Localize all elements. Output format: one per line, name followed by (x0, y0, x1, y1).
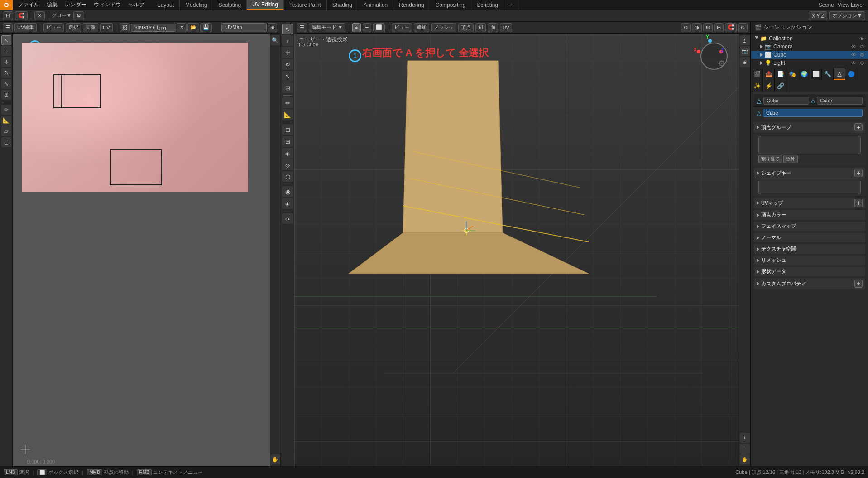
vp-camera-btn[interactable]: 📷 (740, 46, 750, 56)
uv-maps-add-btn[interactable]: + (854, 199, 863, 207)
props-section-texture-space[interactable]: テクスチャ空間 (754, 244, 865, 254)
props-section-vertex-groups[interactable]: 頂点グループ + (754, 122, 865, 133)
tab-layout[interactable]: Layout (152, 0, 180, 10)
vp-view-btn[interactable]: ビュー (392, 23, 412, 32)
tab-object-props[interactable]: ⬜ (810, 68, 822, 80)
vp-edit-mode[interactable]: 編集モード ▼ (309, 23, 345, 32)
tab-sculpting[interactable]: Sculpting (213, 0, 247, 10)
navigation-gizmo[interactable]: X Y Z (696, 38, 732, 74)
vp-menu-btn[interactable]: ☰ (297, 23, 307, 32)
uv-mode-select[interactable]: UV編集 (14, 23, 37, 32)
cube-eye[interactable]: 👁 (851, 52, 856, 58)
vp-mesh-btn[interactable]: メッシュ (431, 23, 456, 32)
vp-overlay-btn[interactable]: ⊙ (681, 23, 691, 32)
collection-expand[interactable] (755, 36, 758, 41)
uv-image-picker[interactable]: 🖼 (120, 23, 130, 32)
tab-view-layer-props[interactable]: 📑 (775, 68, 786, 80)
gizmo-btn[interactable]: ⚙ (73, 11, 84, 20)
vp-gizmo-btn[interactable]: ⊞ (714, 23, 724, 32)
uv-tool-select[interactable]: ↖ (1, 35, 11, 45)
tab-world-props[interactable]: 🌍 (798, 68, 810, 80)
ct-annotate[interactable]: ✏ (282, 97, 293, 108)
vp-vertex-select[interactable]: ● (352, 23, 361, 32)
tab-data-props[interactable]: △ (834, 68, 845, 80)
ct-select-box[interactable]: ↖ (282, 24, 293, 34)
uv-image-close[interactable]: ✕ (177, 23, 187, 32)
props-section-uv-maps[interactable]: UVマップ + (754, 198, 865, 208)
props-section-shape-keys[interactable]: シェイプキー + (754, 168, 865, 179)
uv-uv-btn[interactable]: UV (100, 23, 112, 32)
uv-image-save[interactable]: 💾 (200, 23, 212, 32)
uv-tool-annotate-poly[interactable]: ▱ (1, 126, 11, 136)
uv-image-name[interactable]: 3098169_l.jpg (131, 24, 176, 32)
vp-ortho-btn[interactable]: ⊞ (740, 57, 750, 67)
uv-tool-annotate[interactable]: ✏ (1, 105, 11, 115)
uv-image-btn[interactable]: 画像 (83, 23, 98, 32)
vertex-groups-add-btn[interactable]: + (854, 123, 863, 131)
uv-tool-annotate-erase[interactable]: ◻ (1, 137, 11, 147)
uv-tool-move[interactable]: ✛ (1, 57, 11, 67)
vg-remove-btn[interactable]: 除外 (783, 155, 798, 163)
sc-item-cube[interactable]: ⬜ Cube 👁 ⚙ (751, 51, 868, 59)
vp-snap-btn[interactable]: 🧲 (725, 23, 737, 32)
props-mesh-name-field[interactable]: Cube (817, 97, 863, 105)
tab-scene-props[interactable]: 🎭 (786, 68, 798, 80)
uv-tool-transform[interactable]: ⊞ (1, 90, 11, 100)
tab-constraint-props[interactable]: 🔗 (775, 80, 786, 92)
tab-modeling[interactable]: Modeling (180, 0, 213, 10)
sc-item-light[interactable]: 💡 Light 👁 ⚙ (751, 59, 868, 67)
uv-tool-scale[interactable]: ⤡ (1, 79, 11, 89)
light-settings-icon[interactable]: ⚙ (860, 60, 864, 66)
uv-select-btn[interactable]: 選択 (66, 23, 81, 32)
viewport-canvas[interactable]: ユーザー・透視投影 (1) Cube 1 右画面で A を押して 全選択 (294, 34, 750, 466)
uv-zoom-btn[interactable]: 🔍 (270, 35, 280, 45)
vp-zoom-in-btn[interactable]: + (740, 433, 750, 443)
ct-smooth[interactable]: ◉ (282, 186, 293, 197)
tab-material-props[interactable]: 🔵 (845, 68, 857, 80)
menu-render[interactable]: レンダー (62, 0, 90, 10)
tab-render-props[interactable]: 🎬 (751, 68, 763, 80)
light-expand[interactable] (760, 61, 763, 65)
props-mesh-name-input[interactable]: Cube (763, 109, 863, 117)
shape-keys-add-btn[interactable]: + (854, 169, 863, 177)
props-section-remesh[interactable]: リメッシュ (754, 256, 865, 265)
props-object-name-field[interactable]: Cube (763, 97, 809, 105)
tab-rendering[interactable]: Rendering (393, 0, 430, 10)
ct-measure[interactable]: 📐 (282, 109, 293, 120)
tab-animation[interactable]: Animation (358, 0, 393, 10)
ct-cube-add[interactable]: ⊡ (282, 124, 293, 135)
props-section-geometry-data[interactable]: 形状データ (754, 267, 865, 276)
vp-hand-btn[interactable]: ✋ (740, 454, 750, 464)
menu-window[interactable]: ウィンドウ (91, 0, 124, 10)
vp-edge-btn[interactable]: 辺 (475, 23, 486, 32)
vp-edge-select[interactable]: ━ (363, 23, 371, 32)
ct-poly-build[interactable]: ⬡ (282, 171, 293, 182)
uv-menu-btn[interactable]: ☰ (3, 23, 13, 32)
uv-hand-btn[interactable]: ✋ (270, 454, 280, 464)
menu-help[interactable]: ヘルプ (125, 0, 148, 10)
uv-canvas[interactable]: 2 背景画像上で右クリック ↓ 展開 0.000, 0.0 (13, 34, 270, 466)
menu-file[interactable]: ファイル (14, 0, 43, 10)
custom-props-add-btn[interactable]: + (854, 280, 863, 288)
vp-face-select[interactable]: ⬜ (373, 23, 385, 32)
proportional-editing-btn[interactable]: ⊙ (34, 11, 45, 20)
vp-shading-btn[interactable]: ◑ (692, 23, 702, 32)
props-section-custom-props[interactable]: カスタムプロパティ + (754, 278, 865, 289)
props-section-face-maps[interactable]: フェイスマップ (754, 222, 865, 231)
uv-tool-cursor[interactable]: + (1, 46, 11, 56)
props-section-vertex-colors[interactable]: 頂点カラー (754, 210, 865, 220)
cube-settings-icon[interactable]: ⚙ (860, 52, 864, 58)
vp-uv-btn[interactable]: UV (500, 23, 512, 32)
cube-expand[interactable] (760, 53, 763, 57)
vg-assign-btn[interactable]: 割り当て (758, 155, 782, 163)
sc-item-camera[interactable]: 📷 Camera 👁 ⚙ (751, 43, 868, 51)
vp-local-view-btn[interactable]: 🗄 (740, 35, 750, 45)
ct-transform[interactable]: ⊞ (282, 82, 293, 93)
props-section-normals[interactable]: ノーマル (754, 233, 865, 242)
uv-tool-annotate-line[interactable]: 📐 (1, 116, 11, 126)
vp-zoom-out-btn[interactable]: − (740, 444, 750, 454)
ct-edge-slide[interactable]: ◈ (282, 198, 293, 209)
snap-btn[interactable]: 🧲 (15, 11, 28, 20)
camera-settings-icon[interactable]: ⚙ (860, 44, 864, 50)
uv-view-btn[interactable]: ビュー (43, 23, 64, 32)
